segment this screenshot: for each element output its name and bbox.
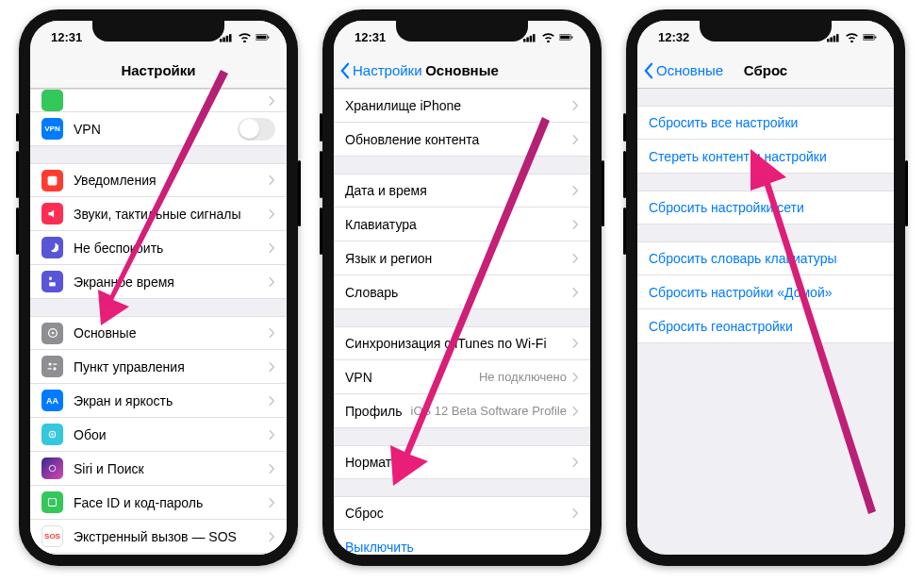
- chevron-right-icon: [572, 134, 579, 145]
- row-storage[interactable]: Хранилище iPhone: [334, 89, 590, 123]
- settings-list[interactable]: VPN VPN Уведомления Звуки, тактильные си…: [30, 89, 287, 555]
- back-label: Основные: [656, 62, 723, 78]
- row-label: Язык и регион: [345, 251, 572, 266]
- row-label: Сброс: [345, 506, 572, 521]
- status-icons: [220, 32, 270, 42]
- svg-rect-22: [530, 35, 533, 42]
- row-label: Экстренный вызов — SOS: [74, 529, 269, 544]
- screentime-icon: [41, 271, 63, 292]
- svg-rect-23: [533, 34, 536, 42]
- svg-rect-26: [571, 36, 572, 38]
- row-label: Обновление контента: [345, 132, 572, 147]
- row-itunes-sync[interactable]: Синхронизация с iTunes по Wi-Fi: [334, 326, 590, 360]
- row-faceid[interactable]: Face ID и код-пароль: [30, 486, 287, 520]
- row-dictionary[interactable]: Словарь: [334, 275, 590, 309]
- back-label: Настройки: [353, 62, 422, 78]
- back-button[interactable]: Основные: [643, 62, 723, 79]
- vpn-icon: VPN: [41, 118, 63, 140]
- notch: [396, 21, 528, 42]
- siri-icon: [41, 457, 63, 479]
- row-label: Выключить: [345, 540, 579, 555]
- vpn-toggle[interactable]: [238, 118, 275, 141]
- row-reset-all-settings[interactable]: Сбросить все настройки: [637, 106, 894, 140]
- chevron-right-icon: [269, 395, 275, 407]
- chevron-right-icon: [269, 327, 275, 339]
- row-dnd[interactable]: Не беспокоить: [30, 231, 287, 265]
- chevron-right-icon: [269, 531, 275, 542]
- notifications-icon: [41, 170, 63, 191]
- svg-point-16: [49, 465, 56, 472]
- row-screentime[interactable]: Экранное время: [30, 265, 287, 299]
- row-label: Стереть контент и настройки: [649, 149, 883, 164]
- row-label: Не беспокоить: [74, 241, 269, 256]
- row-reset-home-layout[interactable]: Сбросить настройки «Домой»: [637, 275, 894, 309]
- row-reset-keyboard-dict[interactable]: Сбросить словарь клавиатуры: [637, 241, 894, 275]
- row-display[interactable]: AAЭкран и яркость: [30, 384, 287, 418]
- status-time: 12:32: [658, 30, 689, 44]
- row-reset[interactable]: Сброс: [334, 496, 590, 530]
- row-notifications[interactable]: Уведомления: [30, 163, 287, 197]
- chevron-right-icon: [269, 463, 275, 474]
- svg-point-13: [53, 367, 56, 370]
- row-reset-network[interactable]: Сбросить настройки сети: [637, 191, 894, 224]
- row-label: Дата и время: [345, 183, 572, 198]
- row-profile[interactable]: ПрофильiOS 12 Beta Software Profile: [334, 394, 590, 428]
- svg-rect-7: [48, 175, 58, 185]
- wallpaper-icon: [41, 424, 63, 445]
- row-detail: iOS 12 Beta Software Profile: [409, 404, 567, 418]
- row-detail: Не подключено: [479, 370, 567, 384]
- status-time: 12:31: [355, 30, 386, 44]
- svg-rect-27: [827, 39, 830, 42]
- nav-title: Настройки: [30, 62, 287, 78]
- row-label: Клавиатура: [345, 217, 572, 232]
- row-keyboard[interactable]: Клавиатура: [334, 208, 590, 241]
- row-control-center[interactable]: Пункт управления: [30, 350, 287, 384]
- row-language[interactable]: Язык и регион: [334, 241, 590, 275]
- chevron-right-icon: [572, 457, 579, 468]
- chevron-right-icon: [269, 429, 275, 441]
- chevron-right-icon: [572, 100, 579, 111]
- chevron-right-icon: [572, 338, 579, 349]
- row-sounds[interactable]: Звуки, тактильные сигналы: [30, 197, 287, 231]
- row-label: Face ID и код-пароль: [74, 495, 269, 510]
- row-siri[interactable]: Siri и Поиск: [30, 452, 287, 486]
- back-button[interactable]: Настройки: [339, 62, 422, 79]
- row-erase-all-content[interactable]: Стереть контент и настройки: [637, 140, 894, 174]
- row-shutdown[interactable]: Выключить: [334, 530, 590, 555]
- row-wallpaper[interactable]: Обои: [30, 418, 287, 452]
- row-reset-location[interactable]: Сбросить геонастройки: [637, 309, 894, 343]
- row-label: Пункт управления: [74, 359, 269, 374]
- row-battery[interactable]: Аккумулятор: [30, 554, 287, 555]
- sos-icon: SOS: [41, 525, 63, 547]
- row-datetime[interactable]: Дата и время: [334, 174, 590, 208]
- svg-rect-29: [833, 35, 836, 42]
- svg-point-12: [48, 362, 51, 365]
- svg-rect-8: [49, 277, 51, 280]
- chevron-right-icon: [269, 276, 275, 288]
- row-cellular-partial[interactable]: [30, 89, 287, 112]
- general-list[interactable]: Хранилище iPhone Обновление контента Дат…: [334, 89, 590, 555]
- row-label: Сбросить настройки сети: [649, 200, 883, 215]
- row-label: Основные: [74, 325, 269, 341]
- row-label: Экран и яркость: [74, 393, 269, 408]
- row-label: VPN: [74, 122, 238, 137]
- svg-rect-20: [523, 39, 526, 42]
- chevron-right-icon: [269, 497, 275, 508]
- row-label: Звуки, тактильные сигналы: [74, 207, 269, 222]
- row-content-refresh[interactable]: Обновление контента: [334, 123, 590, 157]
- row-vpn[interactable]: VPN VPN: [30, 112, 287, 146]
- row-general[interactable]: Основные: [30, 316, 287, 350]
- reset-list[interactable]: Сбросить все настройки Стереть контент и…: [637, 89, 894, 555]
- svg-rect-25: [560, 35, 569, 39]
- svg-point-15: [51, 433, 53, 435]
- chevron-right-icon: [572, 219, 579, 230]
- row-sos[interactable]: SOSЭкстренный вызов — SOS: [30, 520, 287, 554]
- svg-rect-5: [256, 35, 266, 39]
- chevron-right-icon: [572, 185, 579, 196]
- dnd-icon: [41, 237, 63, 258]
- svg-point-11: [51, 332, 54, 335]
- row-vpn-general[interactable]: VPNНе подключено: [334, 360, 590, 394]
- row-regulatory[interactable]: Нормативы: [334, 445, 590, 479]
- cellular-icon: [41, 90, 63, 111]
- row-label: Экранное время: [74, 274, 269, 290]
